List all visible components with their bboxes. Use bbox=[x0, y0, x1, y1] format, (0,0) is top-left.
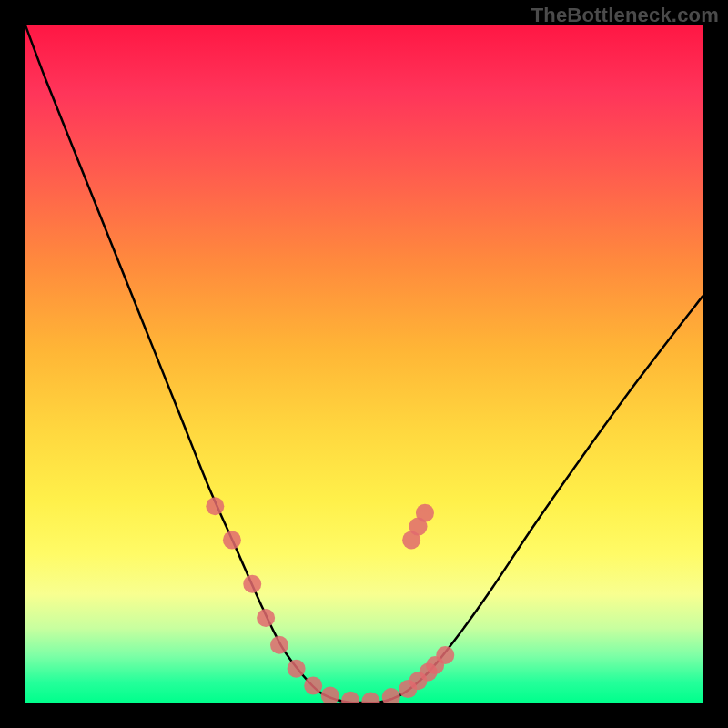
chart-frame: TheBottleneck.com bbox=[0, 0, 728, 728]
plot-area bbox=[25, 25, 703, 703]
heat-gradient-background bbox=[25, 25, 703, 703]
watermark-text: TheBottleneck.com bbox=[531, 4, 719, 27]
